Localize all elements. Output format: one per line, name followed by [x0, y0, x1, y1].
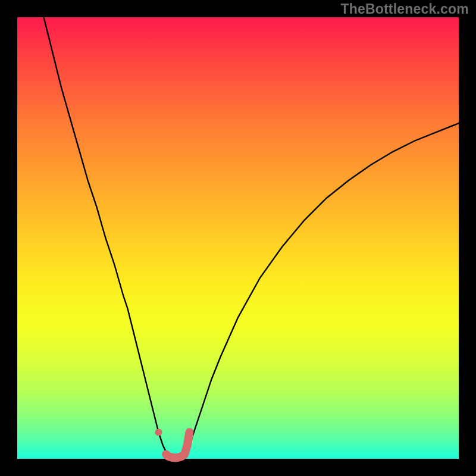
- watermark-text: TheBottleneck.com: [340, 1, 469, 17]
- marker-band: [166, 432, 189, 458]
- chart-frame: TheBottleneck.com: [0, 0, 476, 476]
- bottleneck-curve: [44, 17, 459, 458]
- minimum-markers: [155, 428, 189, 458]
- chart-svg: [17, 17, 459, 459]
- marker-dot: [155, 428, 162, 436]
